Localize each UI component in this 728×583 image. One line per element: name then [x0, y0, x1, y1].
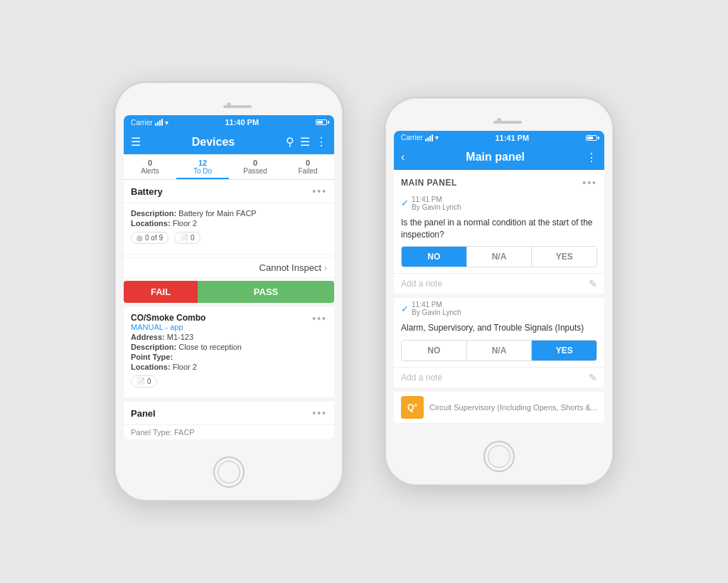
doc-icon-2: 📄 — [136, 378, 145, 385]
timestamp-row-2: ✓ 11:41 PM By Gavin Lynch — [394, 298, 604, 319]
answer-na-2[interactable]: N/A — [466, 341, 532, 360]
partial-section: Q° Circuit Supervisory (Including Opens,… — [394, 387, 604, 423]
home-button-inner-1 — [218, 461, 240, 483]
co-description: Description: Close to reception — [131, 343, 327, 351]
panel-section: Panel ••• Panel Type: FACP — [124, 397, 334, 439]
cannot-inspect-row[interactable]: Cannot Inspect › — [124, 257, 334, 278]
answer-yes-1[interactable]: YES — [531, 247, 596, 267]
scene: Carrier ▾ 11:40 PM — [0, 61, 728, 522]
tab-alerts[interactable]: 0 Alerts — [124, 154, 176, 179]
menu-icon[interactable]: ☰ — [131, 135, 141, 149]
phone-2-screen: Carrier ▾ 11:41 PM — [394, 131, 604, 424]
pass-button[interactable]: PASS — [198, 281, 334, 303]
co-address: Address: M1-123 — [131, 333, 327, 341]
by-1: By Gavin Lynch — [412, 203, 461, 211]
home-button-inner-2 — [488, 445, 510, 468]
battery-title: Battery — [131, 186, 163, 197]
time-1: 11:40 PM — [225, 118, 259, 127]
co-point-type: Point Type: — [131, 353, 327, 361]
timestamp-1: 11:41 PM — [412, 196, 461, 203]
answer-row-2: NO N/A YES — [401, 340, 597, 361]
answer-no-1[interactable]: NO — [402, 247, 466, 267]
fail-button[interactable]: FAIL — [124, 281, 198, 303]
battery-icon-2 — [586, 135, 597, 141]
doc-icon: 📄 — [180, 234, 188, 242]
carrier-text-2: Carrier — [401, 134, 423, 141]
by-2: By Gavin Lynch — [412, 309, 461, 316]
header-title-1: Devices — [146, 136, 280, 149]
search-icon[interactable]: ⚲ — [286, 135, 294, 149]
cannot-inspect-label: Cannot Inspect — [259, 262, 321, 273]
signal-icon-1 — [155, 119, 163, 126]
note-row-1: Add a note ✎ — [394, 273, 604, 294]
answer-na-1[interactable]: N/A — [466, 247, 532, 267]
status-right-2 — [586, 135, 597, 141]
home-button-2[interactable] — [483, 441, 515, 472]
battery-header: Battery ••• — [124, 180, 334, 203]
co-smoke-details: Address: M1-123 Description: Close to re… — [124, 333, 334, 397]
question-2: ✓ 11:41 PM By Gavin Lynch Alarm, Supervi… — [394, 294, 604, 387]
answer-no-2[interactable]: NO — [402, 341, 466, 360]
edit-icon-2[interactable]: ✎ — [589, 372, 597, 383]
co-doc-badge: 📄 0 — [131, 375, 157, 387]
note-row-2: Add a note ✎ — [394, 367, 604, 387]
co-smoke-section: CO/Smoke Combo MANUAL - app ••• Address:… — [124, 303, 334, 397]
battery-description: Description: Battery for Main FACP — [131, 209, 327, 218]
status-bar-2: Carrier ▾ 11:41 PM — [394, 131, 604, 145]
more-icon-1[interactable]: ⋮ — [316, 135, 327, 149]
answer-yes-2[interactable]: YES — [531, 341, 596, 360]
home-button-1[interactable] — [213, 456, 245, 488]
filter-icon[interactable]: ☰ — [300, 135, 310, 149]
main-panel-more[interactable]: ••• — [582, 177, 597, 188]
wifi-icon-1: ▾ — [165, 119, 168, 127]
status-bar-1: Carrier ▾ 11:40 PM — [124, 115, 334, 129]
timestamp-2: 11:41 PM — [412, 301, 461, 309]
panel-partial: Panel Type: FACP — [124, 425, 334, 439]
battery-icon-1 — [316, 119, 327, 125]
note-placeholder-2[interactable]: Add a note — [401, 373, 442, 383]
co-smoke-header: CO/Smoke Combo MANUAL - app ••• — [124, 307, 334, 333]
co-smoke-subtitle[interactable]: MANUAL - app — [131, 323, 205, 331]
back-icon[interactable]: ‹ — [401, 151, 405, 164]
tab-failed[interactable]: 0 Failed — [282, 154, 334, 179]
battery-more-icon[interactable]: ••• — [312, 186, 327, 197]
carrier-1: Carrier ▾ — [131, 119, 168, 127]
question-1: ✓ 11:41 PM By Gavin Lynch Is the panel i… — [394, 193, 604, 294]
tab-todo[interactable]: 12 To Do — [176, 154, 229, 179]
tab-bar-1: 0 Alerts 12 To Do 0 Passed 0 Failed — [124, 154, 334, 180]
phone-1-screen: Carrier ▾ 11:40 PM — [124, 115, 334, 439]
check-icon-1: ✓ — [401, 198, 409, 208]
battery-locations: Locations: Floor 2 — [131, 219, 327, 228]
signal-icon-2 — [425, 134, 433, 141]
status-right-1 — [316, 119, 327, 125]
app-header-2: ‹ Main panel ⋮ — [394, 145, 604, 170]
carrier-text-1: Carrier — [131, 119, 153, 127]
battery-card: Description: Battery for Main FACP Locat… — [124, 203, 334, 255]
battery-doc-badge: 📄 0 — [174, 232, 200, 244]
timestamp-row-1: ✓ 11:41 PM By Gavin Lynch — [394, 193, 604, 214]
carrier-2: Carrier ▾ — [401, 134, 439, 141]
battery-section: Battery ••• Description: Battery for Mai… — [124, 180, 334, 303]
check-icon-2: ✓ — [401, 304, 409, 314]
phone-1: Carrier ▾ 11:40 PM — [115, 82, 343, 501]
co-badges: 📄 0 — [131, 375, 327, 387]
note-placeholder-1[interactable]: Add a note — [401, 279, 442, 289]
edit-icon-1[interactable]: ✎ — [589, 278, 597, 289]
more-icon-2[interactable]: ⋮ — [586, 151, 597, 164]
battery-count-badge: ◎ 0 of 9 — [131, 232, 168, 244]
panel-header: Panel ••• — [124, 402, 334, 425]
q-badge: Q° — [401, 396, 424, 419]
tab-passed[interactable]: 0 Passed — [229, 154, 282, 179]
main-panel-content: MAIN PANEL ••• ✓ 11:41 PM By Gavin Lynch… — [394, 170, 604, 424]
co-smoke-more-icon[interactable]: ••• — [312, 313, 327, 331]
main-panel-header: MAIN PANEL ••• — [394, 170, 604, 193]
panel-more-icon[interactable]: ••• — [312, 407, 327, 419]
wifi-icon-2: ▾ — [435, 134, 439, 141]
question-text-2: Alarm, Supervisory, and Trouble Signals … — [394, 319, 604, 340]
app-header-1: ☰ Devices ⚲ ☰ ⋮ — [124, 129, 334, 154]
fail-pass-row: FAIL PASS — [124, 281, 334, 303]
circle-icon: ◎ — [136, 234, 143, 242]
phone-2: Carrier ▾ 11:41 PM — [385, 98, 613, 485]
co-smoke-title: CO/Smoke Combo — [131, 313, 205, 323]
question-text-1: Is the panel in a normal condition at th… — [394, 214, 604, 247]
